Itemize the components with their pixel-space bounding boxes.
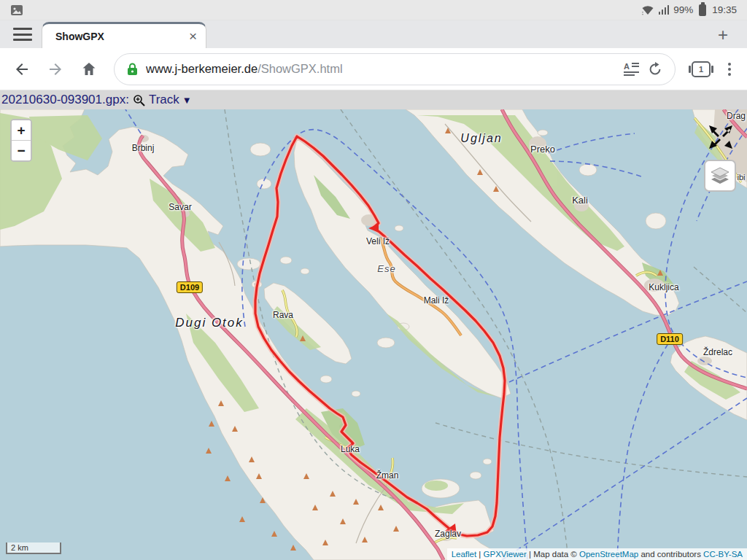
track-dropdown-label: Track [149,93,179,107]
secure-lock-icon [126,62,139,77]
map-data-text: Map data © [533,550,577,559]
battery-percent: 99% [673,4,693,15]
address-bar[interactable]: www.j-berkemeier.de/ShowGPX.html A [114,53,676,85]
browser-toolbar: www.j-berkemeier.de/ShowGPX.html A 1 [0,48,747,90]
gpx-page-header: 20210630-093901.gpx: Track ▼ [0,90,747,109]
tab-switcher-button[interactable]: 1 [692,61,711,77]
track-dropdown[interactable]: Track ▼ [149,93,192,107]
leaflet-link[interactable]: Leaflet [452,550,477,559]
zoom-control: + − [10,119,32,162]
attribution: Leaflet | GPXViewer | Map data © OpenStr… [447,548,747,560]
signal-strength-icon [659,5,670,15]
url-host: www.j-berkemeier.de [146,62,258,75]
reader-mode-icon[interactable]: A [624,62,640,77]
osm-link[interactable]: OpenStreetMap [579,550,638,559]
back-button[interactable] [13,61,31,78]
map[interactable]: BrbinjSavarUgljanPrekoKaliVeli IžEseMali… [0,109,747,560]
tab-count: 1 [699,65,703,74]
gpxviewer-link[interactable]: GPXViewer [484,550,527,559]
tab-close-icon[interactable]: × [189,29,197,43]
browser-menu-icon[interactable] [727,61,732,77]
zoom-out-button[interactable]: − [12,141,31,160]
zoom-in-button[interactable]: + [12,120,31,140]
chevron-down-icon: ▼ [182,95,192,106]
tab-title: ShowGPX [55,31,189,42]
screenshot-notification-icon [10,4,23,16]
exit-fullscreen-icon[interactable] [708,124,734,150]
att-separator: | [479,550,481,559]
url-path: /ShowGPX.html [258,62,342,75]
menu-icon[interactable] [13,28,32,41]
tab-strip: ShowGPX × + [0,20,747,48]
battery-icon [699,4,706,16]
scale-label: 2 km [11,543,28,552]
att-separator: | [529,550,531,559]
browser-tab[interactable]: ShowGPX × [42,22,206,48]
url-text: www.j-berkemeier.de/ShowGPX.html [146,62,343,76]
map-canvas[interactable] [0,109,747,560]
wifi-icon [641,4,654,15]
home-button[interactable] [80,61,98,78]
zoom-to-track-icon[interactable] [133,94,145,106]
layers-icon [710,166,730,185]
license-link[interactable]: CC-BY-SA [703,550,743,559]
layers-control[interactable] [704,160,736,192]
contributors-text: and contributors [640,550,700,559]
forward-button[interactable] [47,61,64,78]
svg-text:A: A [624,62,630,71]
refresh-icon[interactable] [647,61,663,77]
scale-bar: 2 km [6,542,61,554]
status-bar: 99% 19:35 [0,0,747,20]
new-tab-button[interactable]: + [718,26,728,44]
clock: 19:35 [712,4,737,15]
gpx-filename: 20210630-093901.gpx: [1,93,129,107]
